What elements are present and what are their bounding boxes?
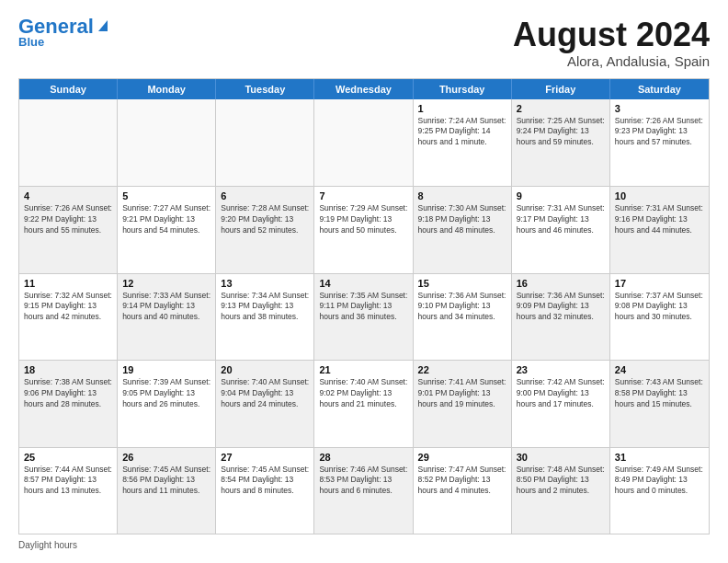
cal-cell-25: 25Sunrise: 7:44 AM Sunset: 8:57 PM Dayli… bbox=[19, 448, 118, 534]
cal-header-friday: Friday bbox=[512, 79, 610, 99]
calendar-header: SundayMondayTuesdayWednesdayThursdayFrid… bbox=[19, 79, 709, 99]
cal-cell-10: 10Sunrise: 7:31 AM Sunset: 9:16 PM Dayli… bbox=[610, 187, 709, 272]
day-number: 10 bbox=[615, 190, 704, 201]
day-number: 22 bbox=[418, 364, 506, 375]
calendar: SundayMondayTuesdayWednesdayThursdayFrid… bbox=[18, 78, 710, 534]
day-number: 28 bbox=[319, 452, 407, 463]
day-info: Sunrise: 7:39 AM Sunset: 9:05 PM Dayligh… bbox=[122, 377, 210, 410]
cal-header-thursday: Thursday bbox=[414, 79, 512, 99]
cal-cell-13: 13Sunrise: 7:34 AM Sunset: 9:13 PM Dayli… bbox=[216, 274, 314, 360]
day-number: 6 bbox=[221, 190, 309, 201]
day-number: 21 bbox=[319, 364, 407, 375]
cal-cell-8: 8Sunrise: 7:30 AM Sunset: 9:18 PM Daylig… bbox=[414, 187, 512, 272]
day-number: 20 bbox=[221, 364, 309, 375]
cal-header-sunday: Sunday bbox=[19, 79, 118, 99]
day-number: 15 bbox=[418, 278, 506, 289]
cal-cell-7: 7Sunrise: 7:29 AM Sunset: 9:19 PM Daylig… bbox=[314, 187, 413, 272]
cal-cell-17: 17Sunrise: 7:37 AM Sunset: 9:08 PM Dayli… bbox=[610, 274, 709, 360]
cal-header-monday: Monday bbox=[118, 79, 216, 99]
day-info: Sunrise: 7:26 AM Sunset: 9:23 PM Dayligh… bbox=[615, 116, 704, 149]
page: General Blue August 2024 Alora, Andalusi… bbox=[0, 0, 728, 563]
day-info: Sunrise: 7:46 AM Sunset: 8:53 PM Dayligh… bbox=[319, 465, 407, 498]
logo-arrow-icon bbox=[95, 17, 111, 33]
cal-cell-15: 15Sunrise: 7:36 AM Sunset: 9:10 PM Dayli… bbox=[414, 274, 512, 360]
day-number: 17 bbox=[615, 278, 704, 289]
cal-cell-29: 29Sunrise: 7:47 AM Sunset: 8:52 PM Dayli… bbox=[414, 448, 512, 534]
subtitle: Alora, Andalusia, Spain bbox=[513, 53, 710, 69]
cal-cell-4: 4Sunrise: 7:26 AM Sunset: 9:22 PM Daylig… bbox=[19, 187, 118, 272]
day-info: Sunrise: 7:28 AM Sunset: 9:20 PM Dayligh… bbox=[221, 203, 309, 236]
day-number: 14 bbox=[319, 278, 407, 289]
day-info: Sunrise: 7:41 AM Sunset: 9:01 PM Dayligh… bbox=[418, 377, 506, 410]
cal-cell-19: 19Sunrise: 7:39 AM Sunset: 9:05 PM Dayli… bbox=[118, 361, 216, 446]
cal-header-tuesday: Tuesday bbox=[216, 79, 314, 99]
day-info: Sunrise: 7:29 AM Sunset: 9:19 PM Dayligh… bbox=[319, 203, 407, 236]
day-number: 4 bbox=[24, 190, 112, 201]
day-number: 2 bbox=[517, 103, 605, 114]
logo-blue: Blue bbox=[18, 35, 44, 49]
day-number: 26 bbox=[122, 452, 210, 463]
day-info: Sunrise: 7:40 AM Sunset: 9:04 PM Dayligh… bbox=[221, 377, 309, 410]
cal-cell-27: 27Sunrise: 7:45 AM Sunset: 8:54 PM Dayli… bbox=[216, 448, 314, 534]
main-title: August 2024 bbox=[513, 17, 710, 53]
cal-cell-28: 28Sunrise: 7:46 AM Sunset: 8:53 PM Dayli… bbox=[314, 448, 413, 534]
day-info: Sunrise: 7:36 AM Sunset: 9:09 PM Dayligh… bbox=[517, 291, 605, 324]
footer-text: Daylight hours bbox=[18, 540, 77, 550]
cal-cell-6: 6Sunrise: 7:28 AM Sunset: 9:20 PM Daylig… bbox=[216, 187, 314, 272]
cal-row-4: 18Sunrise: 7:38 AM Sunset: 9:06 PM Dayli… bbox=[19, 360, 709, 446]
cal-cell-23: 23Sunrise: 7:42 AM Sunset: 9:00 PM Dayli… bbox=[512, 361, 610, 446]
cal-cell-empty-0-0 bbox=[19, 99, 118, 186]
day-info: Sunrise: 7:48 AM Sunset: 8:50 PM Dayligh… bbox=[517, 465, 605, 498]
day-info: Sunrise: 7:45 AM Sunset: 8:54 PM Dayligh… bbox=[221, 465, 309, 498]
day-number: 18 bbox=[24, 364, 112, 375]
cal-cell-empty-0-2 bbox=[216, 99, 314, 186]
footer: Daylight hours bbox=[18, 540, 710, 550]
cal-cell-20: 20Sunrise: 7:40 AM Sunset: 9:04 PM Dayli… bbox=[216, 361, 314, 446]
cal-cell-16: 16Sunrise: 7:36 AM Sunset: 9:09 PM Dayli… bbox=[512, 274, 610, 360]
day-info: Sunrise: 7:44 AM Sunset: 8:57 PM Dayligh… bbox=[24, 465, 112, 498]
day-number: 29 bbox=[418, 452, 506, 463]
cal-cell-12: 12Sunrise: 7:33 AM Sunset: 9:14 PM Dayli… bbox=[118, 274, 216, 360]
day-info: Sunrise: 7:31 AM Sunset: 9:16 PM Dayligh… bbox=[615, 203, 704, 236]
day-info: Sunrise: 7:42 AM Sunset: 9:00 PM Dayligh… bbox=[517, 377, 605, 410]
cal-cell-22: 22Sunrise: 7:41 AM Sunset: 9:01 PM Dayli… bbox=[414, 361, 512, 446]
day-info: Sunrise: 7:38 AM Sunset: 9:06 PM Dayligh… bbox=[24, 377, 112, 410]
day-info: Sunrise: 7:24 AM Sunset: 9:25 PM Dayligh… bbox=[418, 116, 506, 149]
day-info: Sunrise: 7:35 AM Sunset: 9:11 PM Dayligh… bbox=[319, 291, 407, 324]
day-number: 19 bbox=[122, 364, 210, 375]
day-number: 31 bbox=[615, 452, 704, 463]
day-number: 8 bbox=[418, 190, 506, 201]
day-info: Sunrise: 7:40 AM Sunset: 9:02 PM Dayligh… bbox=[319, 377, 407, 410]
cal-cell-2: 2Sunrise: 7:25 AM Sunset: 9:24 PM Daylig… bbox=[512, 99, 610, 186]
day-number: 12 bbox=[122, 278, 210, 289]
cal-cell-empty-0-3 bbox=[314, 99, 413, 186]
cal-cell-31: 31Sunrise: 7:49 AM Sunset: 8:49 PM Dayli… bbox=[610, 448, 709, 534]
day-number: 9 bbox=[517, 190, 605, 201]
day-info: Sunrise: 7:31 AM Sunset: 9:17 PM Dayligh… bbox=[517, 203, 605, 236]
logo: General Blue bbox=[18, 17, 111, 50]
cal-cell-11: 11Sunrise: 7:32 AM Sunset: 9:15 PM Dayli… bbox=[19, 274, 118, 360]
cal-cell-14: 14Sunrise: 7:35 AM Sunset: 9:11 PM Dayli… bbox=[314, 274, 413, 360]
day-number: 16 bbox=[517, 278, 605, 289]
day-info: Sunrise: 7:43 AM Sunset: 8:58 PM Dayligh… bbox=[615, 377, 704, 410]
day-number: 1 bbox=[418, 103, 506, 114]
calendar-body: 1Sunrise: 7:24 AM Sunset: 9:25 PM Daylig… bbox=[19, 99, 709, 534]
day-info: Sunrise: 7:33 AM Sunset: 9:14 PM Dayligh… bbox=[122, 291, 210, 324]
day-number: 11 bbox=[24, 278, 112, 289]
cal-row-1: 1Sunrise: 7:24 AM Sunset: 9:25 PM Daylig… bbox=[19, 99, 709, 186]
cal-cell-30: 30Sunrise: 7:48 AM Sunset: 8:50 PM Dayli… bbox=[512, 448, 610, 534]
cal-row-5: 25Sunrise: 7:44 AM Sunset: 8:57 PM Dayli… bbox=[19, 447, 709, 534]
day-info: Sunrise: 7:45 AM Sunset: 8:56 PM Dayligh… bbox=[122, 465, 210, 498]
day-number: 23 bbox=[517, 364, 605, 375]
cal-cell-empty-0-1 bbox=[118, 99, 216, 186]
day-number: 30 bbox=[517, 452, 605, 463]
day-number: 7 bbox=[319, 190, 407, 201]
cal-row-2: 4Sunrise: 7:26 AM Sunset: 9:22 PM Daylig… bbox=[19, 186, 709, 272]
cal-cell-1: 1Sunrise: 7:24 AM Sunset: 9:25 PM Daylig… bbox=[414, 99, 512, 186]
cal-row-3: 11Sunrise: 7:32 AM Sunset: 9:15 PM Dayli… bbox=[19, 273, 709, 360]
day-info: Sunrise: 7:34 AM Sunset: 9:13 PM Dayligh… bbox=[221, 291, 309, 324]
cal-cell-26: 26Sunrise: 7:45 AM Sunset: 8:56 PM Dayli… bbox=[118, 448, 216, 534]
svg-marker-0 bbox=[98, 20, 108, 31]
day-number: 24 bbox=[615, 364, 704, 375]
header: General Blue August 2024 Alora, Andalusi… bbox=[18, 17, 710, 69]
